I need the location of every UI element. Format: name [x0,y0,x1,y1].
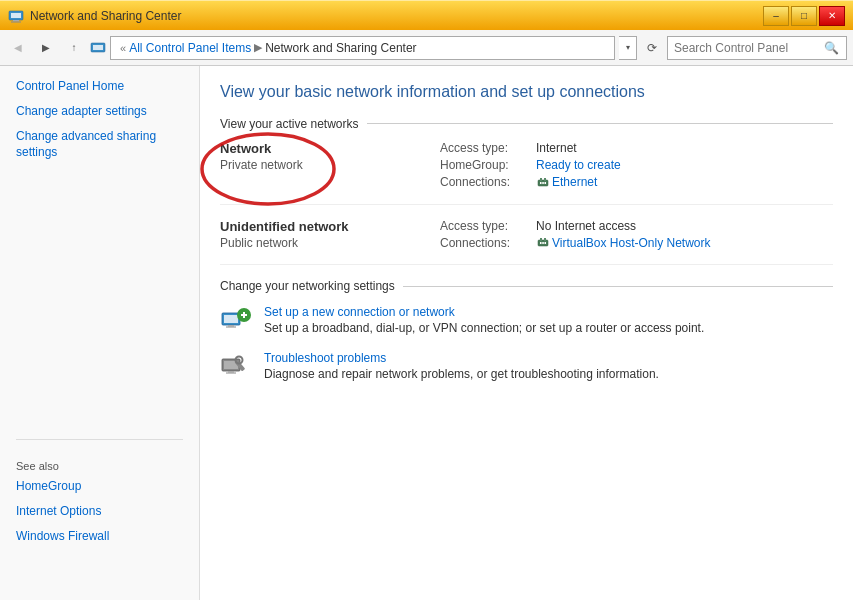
svg-rect-17 [542,242,544,244]
svg-rect-12 [545,182,547,184]
sidebar-divider [16,439,183,440]
svg-rect-9 [544,178,546,181]
window-title: Network and Sharing Center [30,9,181,23]
breadcrumb-separator-left: « [120,42,126,54]
new-connection-svg [220,305,252,337]
maximize-button[interactable]: □ [791,6,817,26]
address-dropdown-button[interactable]: ▾ [619,36,637,60]
breadcrumb-icon [90,40,106,56]
title-bar: Network and Sharing Center – □ ✕ [0,0,853,30]
minimize-button[interactable]: – [763,6,789,26]
svg-rect-25 [243,312,245,318]
active-networks-header: View your active networks [220,117,833,131]
page-title: View your basic network information and … [220,82,833,103]
network1-type: Private network [220,158,430,172]
search-box[interactable]: 🔍 [667,36,847,60]
network1-row: Network Private network Access type: Int… [220,141,833,205]
action-text-new-connection: Set up a new connection or network Set u… [264,305,704,335]
title-bar-left: Network and Sharing Center [8,8,181,24]
network1-left: Network Private network [220,141,440,172]
svg-rect-15 [544,238,546,241]
sidebar-item-homegroup[interactable]: HomeGroup [16,478,183,495]
svg-rect-14 [540,238,542,241]
new-connection-icon [220,305,252,337]
svg-rect-8 [540,178,542,181]
troubleshoot-link[interactable]: Troubleshoot problems [264,351,659,365]
network1-connections-value[interactable]: Ethernet [536,175,833,190]
ethernet-icon [536,176,550,190]
svg-rect-16 [540,242,542,244]
breadcrumb-current: Network and Sharing Center [265,41,416,55]
breadcrumb-arrow: ▶ [254,41,262,54]
troubleshoot-icon [220,351,252,383]
troubleshoot-svg [220,351,252,383]
network2-name: Unidentified network [220,219,430,234]
action-item-troubleshoot: Troubleshoot problems Diagnose and repai… [220,351,833,383]
refresh-button[interactable]: ⟳ [641,36,663,60]
svg-rect-29 [226,373,236,374]
address-bar: ◀ ▶ ↑ « All Control Panel Items ▶ Networ… [0,30,853,66]
svg-rect-18 [545,242,547,244]
sidebar-item-internet-options[interactable]: Internet Options [16,503,183,520]
svg-rect-22 [226,327,236,328]
sidebar-item-change-adapter[interactable]: Change adapter settings [16,103,183,120]
troubleshoot-desc: Diagnose and repair network problems, or… [264,367,659,381]
network2-left: Unidentified network Public network [220,219,440,250]
search-icon[interactable]: 🔍 [824,41,839,55]
network1-access-value: Internet [536,141,833,155]
forward-button[interactable]: ▶ [34,36,58,60]
network2-connections-value[interactable]: VirtualBox Host-Only Network [536,236,833,251]
action-text-troubleshoot: Troubleshoot problems Diagnose and repai… [264,351,659,381]
svg-rect-3 [11,21,21,22]
network2-access-label: Access type: [440,219,530,233]
network2-type: Public network [220,236,430,250]
svg-rect-21 [228,325,234,327]
svg-rect-1 [11,13,21,18]
new-connection-link[interactable]: Set up a new connection or network [264,305,704,319]
main-area: Control Panel Home Change adapter settin… [0,66,853,600]
app-icon [8,8,24,24]
search-input[interactable] [674,41,824,55]
network1-name: Network [220,141,430,156]
title-bar-controls: – □ ✕ [763,6,845,26]
vbox-icon [536,236,550,250]
sidebar: Control Panel Home Change adapter settin… [0,66,200,600]
content-area: View your basic network information and … [200,66,853,600]
sidebar-item-windows-firewall[interactable]: Windows Firewall [16,528,183,545]
change-settings-label: Change your networking settings [220,279,395,293]
see-also-title: See also [16,460,183,472]
svg-rect-5 [93,45,103,50]
network2-row: Unidentified network Public network Acce… [220,219,833,266]
network2-access-value: No Internet access [536,219,833,233]
breadcrumb-all-control-panel[interactable]: All Control Panel Items [129,41,251,55]
network1-homegroup-value[interactable]: Ready to create [536,158,833,172]
up-button[interactable]: ↑ [62,36,86,60]
svg-rect-11 [542,182,544,184]
address-box[interactable]: « All Control Panel Items ▶ Network and … [110,36,615,60]
network1-homegroup-label: HomeGroup: [440,158,530,172]
active-networks-label: View your active networks [220,117,359,131]
svg-rect-28 [228,371,234,373]
change-settings-header: Change your networking settings [220,279,833,293]
network2-info: Access type: No Internet access Connecti… [440,219,833,251]
sidebar-item-change-advanced-sharing[interactable]: Change advanced sharing settings [16,128,183,162]
network2-connections-label: Connections: [440,236,530,251]
svg-rect-20 [224,315,238,323]
network1-info: Access type: Internet HomeGroup: Ready t… [440,141,833,190]
network1-connections-label: Connections: [440,175,530,190]
network1-access-label: Access type: [440,141,530,155]
svg-rect-2 [13,20,19,22]
sidebar-item-control-panel-home[interactable]: Control Panel Home [16,78,183,95]
close-button[interactable]: ✕ [819,6,845,26]
action-item-new-connection: Set up a new connection or network Set u… [220,305,833,337]
new-connection-desc: Set up a broadband, dial-up, or VPN conn… [264,321,704,335]
svg-rect-10 [540,182,542,184]
back-button[interactable]: ◀ [6,36,30,60]
